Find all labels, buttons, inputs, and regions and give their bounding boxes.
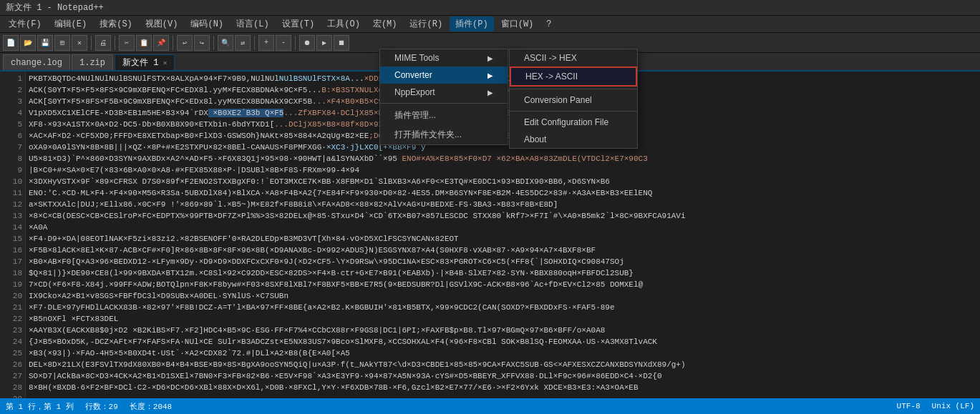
menu-separator bbox=[510, 111, 637, 112]
menu-item-label: 打开插件文件夹... bbox=[394, 129, 462, 141]
menu-ascii-hex[interactable]: ASCII -> HEX bbox=[510, 49, 637, 66]
menu-mime-tools[interactable]: MIME Tools ▶ bbox=[380, 49, 508, 66]
plugins-menu: MIME Tools ▶ Converter ▶ NppExport ▶ 插件管… bbox=[379, 49, 508, 145]
menu-open-plugin-folder[interactable]: 打开插件文件夹... bbox=[380, 125, 508, 144]
menu-item-label: NppExport bbox=[394, 87, 435, 97]
menu-item-label: MIME Tools bbox=[394, 53, 439, 63]
dropdown-overlay: MIME Tools ▶ Converter ▶ NppExport ▶ 插件管… bbox=[0, 16, 980, 414]
menu-about[interactable]: About bbox=[510, 131, 637, 148]
converter-submenu: ASCII -> HEX HEX -> ASCII Conversion Pan… bbox=[509, 49, 638, 149]
menu-item-label: Conversion Panel bbox=[524, 95, 592, 105]
menu-hex-ascii[interactable]: HEX -> ASCII bbox=[510, 66, 637, 87]
menu-separator bbox=[380, 103, 508, 104]
menu-item-label: ASCII -> HEX bbox=[524, 53, 577, 63]
menu-nppexport[interactable]: NppExport ▶ bbox=[380, 84, 508, 101]
menu-item-label: About bbox=[524, 134, 546, 144]
submenu-arrow-icon: ▶ bbox=[487, 72, 493, 79]
menu-separator bbox=[510, 89, 637, 89]
menu-converter[interactable]: Converter ▶ bbox=[380, 66, 508, 84]
title-text: 新文件 1 - Notepad++ bbox=[6, 1, 104, 14]
menu-plugin-manager[interactable]: 插件管理... bbox=[380, 106, 508, 125]
submenu-arrow-icon: ▶ bbox=[487, 54, 493, 62]
menu-item-label: Converter bbox=[394, 70, 432, 80]
menu-item-label: HEX -> ASCII bbox=[525, 72, 578, 82]
menu-edit-config[interactable]: Edit Configuration File bbox=[510, 114, 637, 131]
title-bar: 新文件 1 - Notepad++ bbox=[0, 0, 980, 16]
menu-item-label: Edit Configuration File bbox=[524, 117, 608, 127]
menu-conversion-panel[interactable]: Conversion Panel bbox=[510, 92, 637, 109]
submenu-arrow-icon: ▶ bbox=[487, 89, 493, 97]
menu-item-label: 插件管理... bbox=[394, 109, 436, 122]
